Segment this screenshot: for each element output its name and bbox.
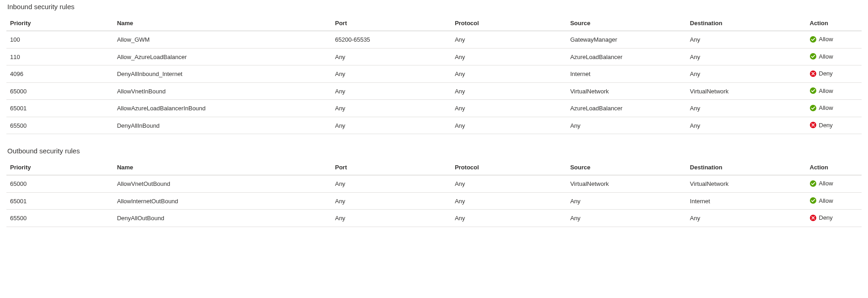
cell-protocol: Any xyxy=(451,100,566,117)
cell-priority: 100 xyxy=(6,31,113,49)
col-header-protocol[interactable]: Protocol xyxy=(451,159,566,175)
col-header-port[interactable]: Port xyxy=(331,159,451,175)
cell-action: Allow xyxy=(806,175,862,193)
cell-priority: 65000 xyxy=(6,175,113,193)
cell-protocol: Any xyxy=(451,192,566,210)
cell-action: Allow xyxy=(806,31,862,49)
check-circle-icon xyxy=(810,53,816,60)
cell-destination: VirtualNetwork xyxy=(686,82,806,100)
cell-port: Any xyxy=(331,192,451,210)
rule-row[interactable]: 65001AllowInternetOutBoundAnyAnyAnyInter… xyxy=(6,192,862,210)
col-header-destination[interactable]: Destination xyxy=(686,159,806,175)
action-label: Allow xyxy=(819,197,833,204)
cell-name: DenyAllOutBound xyxy=(113,210,332,227)
rule-row[interactable]: 65000AllowVnetInBoundAnyAnyVirtualNetwor… xyxy=(6,82,862,100)
cell-priority: 65000 xyxy=(6,82,113,100)
check-circle-icon xyxy=(810,105,816,111)
cell-source: VirtualNetwork xyxy=(566,82,686,100)
cell-port: Any xyxy=(331,100,451,117)
table-header-row: PriorityNamePortProtocolSourceDestinatio… xyxy=(6,159,862,175)
col-header-source[interactable]: Source xyxy=(566,15,686,31)
cell-name: Allow_AzureLoadBalancer xyxy=(113,48,332,65)
rule-row[interactable]: 100Allow_GWM65200-65535AnyGatewayManager… xyxy=(6,31,862,49)
cell-destination: Any xyxy=(686,48,806,65)
x-circle-icon xyxy=(810,215,816,221)
x-circle-icon xyxy=(810,122,816,128)
cell-port: Any xyxy=(331,82,451,100)
cell-priority: 4096 xyxy=(6,65,113,83)
rule-row[interactable]: 65000AllowVnetOutBoundAnyAnyVirtualNetwo… xyxy=(6,175,862,193)
cell-action: Allow xyxy=(806,82,862,100)
cell-name: AllowAzureLoadBalancerInBound xyxy=(113,100,332,117)
cell-action: Deny xyxy=(806,65,862,83)
rule-row[interactable]: 110Allow_AzureLoadBalancerAnyAnyAzureLoa… xyxy=(6,48,862,65)
svg-point-7 xyxy=(810,197,816,204)
action-label: Allow xyxy=(819,87,833,94)
cell-source: Any xyxy=(566,192,686,210)
section-title: Inbound security rules xyxy=(6,3,862,11)
cell-name: Allow_GWM xyxy=(113,31,332,49)
col-header-port[interactable]: Port xyxy=(331,15,451,31)
cell-destination: Any xyxy=(686,31,806,49)
cell-source: Internet xyxy=(566,65,686,83)
col-header-action[interactable]: Action xyxy=(806,15,862,31)
cell-protocol: Any xyxy=(451,31,566,49)
rule-row[interactable]: 4096DenyAllInbound_InternetAnyAnyInterne… xyxy=(6,65,862,83)
rules-table: PriorityNamePortProtocolSourceDestinatio… xyxy=(6,15,862,134)
rules-section: Inbound security rulesPriorityNamePortPr… xyxy=(6,3,862,134)
cell-destination: Any xyxy=(686,117,806,134)
cell-action: Deny xyxy=(806,117,862,134)
cell-port: Any xyxy=(331,117,451,134)
table-header-row: PriorityNamePortProtocolSourceDestinatio… xyxy=(6,15,862,31)
cell-port: Any xyxy=(331,175,451,193)
section-title: Outbound security rules xyxy=(6,147,862,155)
col-header-priority[interactable]: Priority xyxy=(6,15,113,31)
col-header-action[interactable]: Action xyxy=(806,159,862,175)
x-circle-icon xyxy=(810,70,816,77)
cell-protocol: Any xyxy=(451,48,566,65)
cell-name: DenyAllInbound_Internet xyxy=(113,65,332,83)
cell-priority: 65001 xyxy=(6,192,113,210)
cell-protocol: Any xyxy=(451,65,566,83)
cell-action: Allow xyxy=(806,192,862,210)
col-header-name[interactable]: Name xyxy=(113,15,332,31)
cell-priority: 110 xyxy=(6,48,113,65)
rules-section: Outbound security rulesPriorityNamePortP… xyxy=(6,147,862,227)
action-label: Deny xyxy=(819,214,833,221)
cell-port: 65200-65535 xyxy=(331,31,451,49)
cell-port: Any xyxy=(331,65,451,83)
cell-source: Any xyxy=(566,210,686,227)
col-header-source[interactable]: Source xyxy=(566,159,686,175)
action-label: Allow xyxy=(819,36,833,43)
cell-port: Any xyxy=(331,210,451,227)
rule-row[interactable]: 65001AllowAzureLoadBalancerInBoundAnyAny… xyxy=(6,100,862,117)
cell-destination: Any xyxy=(686,100,806,117)
check-circle-icon xyxy=(810,197,816,204)
rule-row[interactable]: 65500DenyAllInBoundAnyAnyAnyAnyDeny xyxy=(6,117,862,134)
cell-action: Allow xyxy=(806,48,862,65)
cell-source: AzureLoadBalancer xyxy=(566,48,686,65)
svg-point-6 xyxy=(810,180,816,187)
rule-row[interactable]: 65500DenyAllOutBoundAnyAnyAnyAnyDeny xyxy=(6,210,862,227)
check-circle-icon xyxy=(810,180,816,187)
cell-protocol: Any xyxy=(451,82,566,100)
cell-destination: VirtualNetwork xyxy=(686,175,806,193)
action-label: Allow xyxy=(819,53,833,60)
svg-point-3 xyxy=(810,87,816,94)
svg-point-4 xyxy=(810,105,816,111)
col-header-priority[interactable]: Priority xyxy=(6,159,113,175)
action-label: Allow xyxy=(819,180,833,187)
action-label: Deny xyxy=(819,70,833,77)
cell-priority: 65500 xyxy=(6,117,113,134)
cell-source: Any xyxy=(566,117,686,134)
col-header-protocol[interactable]: Protocol xyxy=(451,15,566,31)
rules-table: PriorityNamePortProtocolSourceDestinatio… xyxy=(6,159,862,227)
cell-name: AllowVnetOutBound xyxy=(113,175,332,193)
check-circle-icon xyxy=(810,87,816,94)
cell-destination: Any xyxy=(686,65,806,83)
cell-destination: Any xyxy=(686,210,806,227)
cell-action: Allow xyxy=(806,100,862,117)
col-header-destination[interactable]: Destination xyxy=(686,15,806,31)
action-label: Deny xyxy=(819,122,833,129)
col-header-name[interactable]: Name xyxy=(113,159,332,175)
